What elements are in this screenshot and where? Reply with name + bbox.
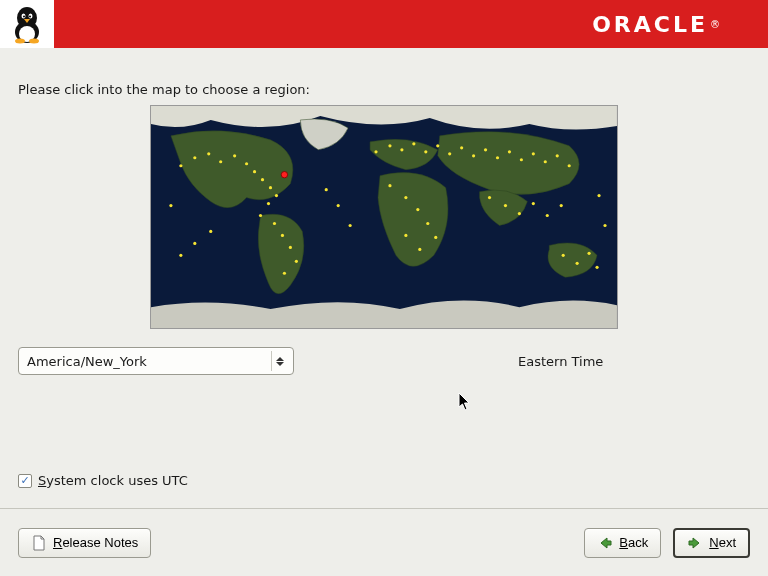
svg-point-17	[261, 178, 264, 181]
svg-point-54	[404, 234, 407, 237]
check-icon: ✓	[20, 475, 29, 486]
timezone-description: Eastern Time	[518, 354, 603, 369]
svg-point-16	[253, 170, 256, 173]
svg-point-45	[544, 160, 547, 163]
svg-point-6	[29, 16, 31, 18]
svg-point-52	[434, 236, 437, 239]
svg-point-51	[426, 222, 429, 225]
svg-point-22	[273, 222, 276, 225]
tux-penguin-icon	[0, 0, 54, 48]
svg-point-69	[325, 188, 328, 191]
svg-point-59	[546, 214, 549, 217]
svg-point-24	[289, 246, 292, 249]
brand-text: ORACLE	[592, 12, 708, 37]
svg-point-43	[520, 158, 523, 161]
svg-point-36	[436, 144, 439, 147]
utc-checkbox-row: ✓ System clock uses UTC	[18, 473, 188, 488]
svg-point-70	[281, 172, 287, 178]
timezone-row: America/New_York Eastern Time	[18, 347, 750, 375]
timezone-select[interactable]: America/New_York	[18, 347, 294, 375]
svg-point-57	[518, 212, 521, 215]
svg-point-18	[269, 186, 272, 189]
installer-window: ORACLE® Please click into the map to cho…	[0, 0, 768, 576]
svg-point-50	[416, 208, 419, 211]
svg-point-68	[337, 204, 340, 207]
svg-point-62	[576, 262, 579, 265]
svg-point-10	[179, 164, 182, 167]
svg-point-64	[595, 266, 598, 269]
svg-point-35	[424, 150, 427, 153]
svg-point-21	[259, 214, 262, 217]
timezone-select-value: America/New_York	[27, 354, 147, 369]
svg-point-26	[283, 272, 286, 275]
oracle-logo: ORACLE®	[54, 0, 768, 48]
instruction-text: Please click into the map to choose a re…	[18, 82, 750, 97]
svg-point-28	[193, 242, 196, 245]
content-area: Please click into the map to choose a re…	[0, 48, 768, 508]
svg-point-67	[349, 224, 352, 227]
svg-point-34	[412, 142, 415, 145]
svg-point-39	[472, 154, 475, 157]
svg-point-44	[532, 152, 535, 155]
header-bar: ORACLE®	[0, 0, 768, 48]
utc-label[interactable]: System clock uses UTC	[38, 473, 188, 488]
arrow-left-icon	[597, 535, 613, 551]
svg-point-66	[603, 224, 606, 227]
svg-point-63	[587, 252, 590, 255]
svg-point-31	[374, 150, 377, 153]
svg-point-5	[23, 16, 25, 18]
next-button[interactable]: Next	[673, 528, 750, 558]
svg-point-12	[207, 152, 210, 155]
document-icon	[31, 535, 47, 551]
svg-point-40	[484, 148, 487, 151]
svg-point-49	[404, 196, 407, 199]
svg-point-47	[568, 164, 571, 167]
svg-point-15	[245, 162, 248, 165]
arrow-right-icon	[687, 535, 703, 551]
svg-point-37	[448, 152, 451, 155]
svg-point-65	[597, 194, 600, 197]
svg-point-20	[267, 202, 270, 205]
svg-point-58	[532, 202, 535, 205]
svg-point-23	[281, 234, 284, 237]
svg-point-32	[388, 144, 391, 147]
svg-point-30	[169, 204, 172, 207]
utc-checkbox[interactable]: ✓	[18, 474, 32, 488]
svg-point-61	[562, 254, 565, 257]
svg-point-38	[460, 146, 463, 149]
svg-point-29	[179, 254, 182, 257]
footer-bar: Release Notes Back Next	[0, 508, 768, 576]
svg-point-8	[29, 39, 39, 44]
registered-mark: ®	[710, 19, 720, 30]
timezone-map[interactable]	[150, 105, 618, 329]
svg-point-7	[15, 39, 25, 44]
svg-point-46	[556, 154, 559, 157]
svg-point-14	[233, 154, 236, 157]
svg-point-13	[219, 160, 222, 163]
svg-point-56	[504, 204, 507, 207]
svg-point-41	[496, 156, 499, 159]
svg-point-53	[418, 248, 421, 251]
back-button[interactable]: Back	[584, 528, 661, 558]
svg-point-33	[400, 148, 403, 151]
svg-point-11	[193, 156, 196, 159]
spin-arrows-icon	[271, 351, 287, 371]
release-notes-button[interactable]: Release Notes	[18, 528, 151, 558]
svg-point-27	[209, 230, 212, 233]
svg-point-42	[508, 150, 511, 153]
svg-point-60	[560, 204, 563, 207]
svg-point-55	[488, 196, 491, 199]
svg-point-48	[388, 184, 391, 187]
svg-point-25	[295, 260, 298, 263]
svg-point-19	[275, 194, 278, 197]
cursor-icon	[458, 392, 472, 415]
